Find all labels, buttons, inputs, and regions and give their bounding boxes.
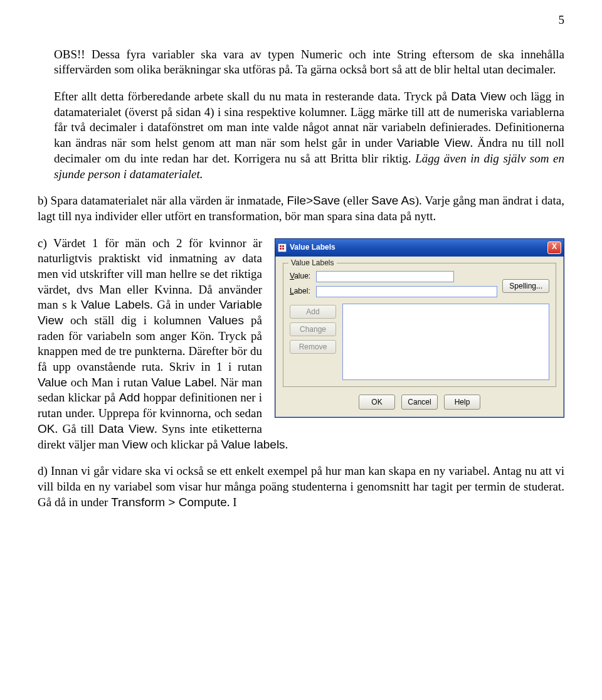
label-field-label: Label: <box>290 287 316 297</box>
text: . I <box>227 496 237 509</box>
ui-term-variable-view: Variable View <box>397 136 470 149</box>
ui-term-view: View <box>122 438 148 451</box>
paragraph-5: d) Innan vi går vidare ska vi också se e… <box>38 464 564 510</box>
value-field-label: Value: <box>290 272 316 282</box>
ui-term-data-view: Data View <box>98 422 154 435</box>
ui-term-file-save: File>Save <box>287 194 340 207</box>
spelling-button[interactable]: Spelling... <box>502 279 549 293</box>
remove-button[interactable]: Remove <box>290 340 336 354</box>
value-input[interactable] <box>316 271 454 282</box>
ui-term-value: Value <box>38 376 67 389</box>
labels-listbox[interactable] <box>342 304 549 380</box>
paragraph-1: OBS!! Dessa fyra variabler ska vara av t… <box>38 47 564 78</box>
text: OBS!! Dessa fyra variabler ska vara av t… <box>54 48 564 77</box>
page-number: 5 <box>38 13 564 28</box>
text: och ställ dig i kolumnen <box>63 314 208 327</box>
ui-term-value-label: Value Label <box>151 376 214 389</box>
dialog-title: Value Labels <box>290 243 547 253</box>
text: och klickar på <box>147 438 221 451</box>
text: (eller <box>340 194 371 207</box>
ui-term-data-view: Data View <box>451 90 506 103</box>
close-button[interactable]: X <box>547 241 561 254</box>
groupbox-label: Value Labels <box>288 258 337 268</box>
paragraph-4-block: Value Labels X Value Labels Value: <box>38 236 564 464</box>
cancel-button[interactable]: Cancel <box>401 395 438 410</box>
paragraph-2: Efter allt detta förberedande arbete ska… <box>38 89 564 182</box>
text: . Gå till <box>55 422 98 435</box>
text: . Gå in under <box>150 298 219 311</box>
ui-term-add: Add <box>119 391 140 404</box>
text: Efter allt detta förberedande arbete ska… <box>54 90 451 103</box>
text: . <box>285 438 288 451</box>
value-labels-groupbox: Value Labels Value: Label: <box>283 263 556 387</box>
change-button[interactable]: Change <box>290 322 336 336</box>
paragraph-3: b) Spara datamaterialet när alla värden … <box>38 193 564 224</box>
text: och Man i rutan <box>67 376 151 389</box>
label-input[interactable] <box>316 286 497 297</box>
ui-term-values: Values <box>208 314 244 327</box>
ok-button[interactable]: OK <box>359 395 395 410</box>
add-button[interactable]: Add <box>290 305 336 319</box>
app-icon <box>278 243 287 252</box>
dialog-titlebar: Value Labels X <box>275 239 564 257</box>
ui-term-value-labels: Value Labels <box>81 298 150 311</box>
text: b) Spara datamaterialet när alla värden … <box>38 194 287 207</box>
value-labels-dialog-screenshot: Value Labels X Value Labels Value: <box>275 238 564 418</box>
ui-term-value-labels-lc: Value labels <box>221 438 285 451</box>
ui-term-ok: OK <box>38 422 55 435</box>
ui-term-transform-compute: Transform > Compute <box>111 496 227 509</box>
help-button[interactable]: Help <box>444 395 480 410</box>
ui-term-save-as: Save As <box>371 194 415 207</box>
